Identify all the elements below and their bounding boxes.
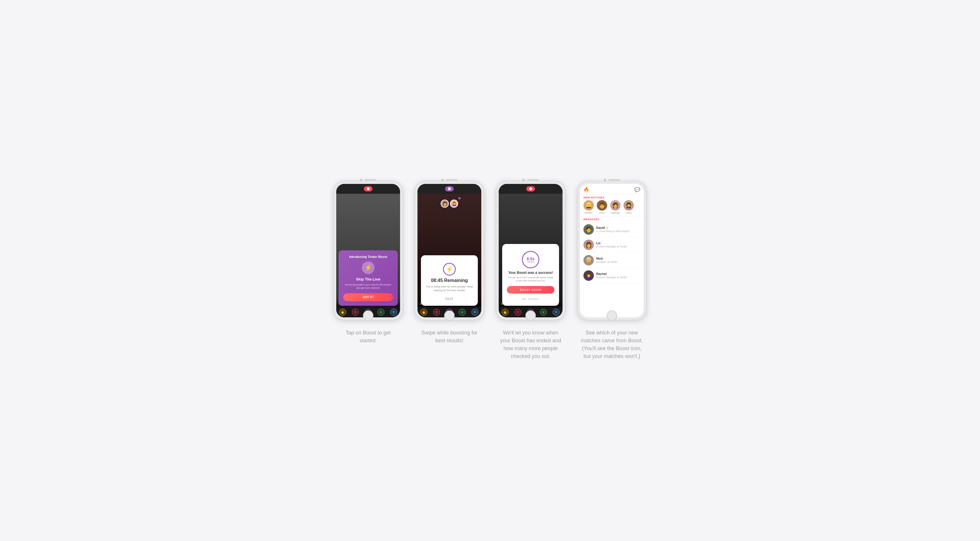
chat-bubble-icon: 💬 bbox=[635, 187, 640, 193]
phone-1-speaker bbox=[365, 179, 376, 180]
success-title: Your Boost was a success! bbox=[507, 270, 554, 275]
phone3-action-fire[interactable]: 🔥 bbox=[502, 309, 509, 316]
views-number: 8.5x bbox=[527, 257, 535, 261]
phone3-action-heart[interactable]: ♥ bbox=[540, 309, 547, 316]
phone2-nav bbox=[417, 184, 481, 194]
got-it-button[interactable]: GOT IT! bbox=[343, 293, 393, 301]
action-heart[interactable]: ♥ bbox=[377, 309, 384, 316]
match-name-claire: Claire bbox=[626, 212, 632, 214]
floating-avatar-1: 👩 bbox=[441, 200, 449, 208]
boost-again-button[interactable]: BOOST AGAIN bbox=[507, 286, 554, 294]
msg-name-david: David ⚡ bbox=[596, 226, 640, 229]
floating-avatar-2: 👩‍🦰 bbox=[450, 200, 458, 208]
phone-4-screen: 🔥 💬 NEW MATCHES 👱‍♀️ Brittany 👨 Erica bbox=[580, 184, 644, 317]
boost-icon: ⚡ bbox=[362, 261, 374, 274]
boost-toggle-active[interactable] bbox=[445, 186, 454, 191]
messages-header: 🔥 💬 bbox=[580, 184, 644, 194]
toggle-dot-active bbox=[448, 188, 451, 190]
phone2-action-fire[interactable]: 🔥 bbox=[420, 309, 427, 316]
phone2-action-heart[interactable]: ♥ bbox=[459, 309, 466, 316]
phone-1-camera bbox=[360, 179, 362, 181]
match-erica[interactable]: 👨 Erica bbox=[597, 200, 607, 214]
phone-4: 🔥 💬 NEW MATCHES 👱‍♀️ Brittany 👨 Erica bbox=[577, 181, 647, 320]
match-avatar-brittany: 👱‍♀️ bbox=[584, 200, 594, 211]
phone-1-screen: Founder at Creative Productions Introduc… bbox=[336, 184, 400, 317]
msg-preview-liz: Product Manager at Tinder bbox=[596, 245, 640, 248]
phone-col-3: Michael, 21 8.5x VIEWS Your Boost was a … bbox=[496, 181, 565, 360]
no-thanks-button[interactable]: NO, THANKS bbox=[507, 298, 554, 301]
phone-2: 👩 👩‍🦰 ♥ Michael, 21 ⚡ 08:45 Remaining Yo… bbox=[415, 181, 484, 320]
msg-avatar-liz: 👩 bbox=[584, 240, 594, 250]
okay-button[interactable]: OKAY bbox=[426, 298, 473, 301]
toggle-dot bbox=[367, 188, 370, 190]
tinder-flame-icon: 🔥 bbox=[584, 187, 589, 193]
boost-modal: Introducing Tinder Boost ⚡ Skip The Line… bbox=[339, 250, 398, 306]
phone3-nav bbox=[499, 184, 563, 194]
phone-3-camera bbox=[522, 179, 525, 181]
phone-2-top-bar bbox=[441, 179, 458, 181]
phone3-action-x[interactable]: ✕ bbox=[514, 309, 521, 316]
message-item-liz[interactable]: 👩 Liz Product Manager at Tinder bbox=[580, 237, 644, 253]
match-kayleigh[interactable]: 👩 Kayleigh bbox=[610, 200, 620, 214]
msg-preview-david: ↩ I'll be flying to Italy tonight... bbox=[596, 230, 640, 232]
match-claire[interactable]: 👩‍🦱 Claire bbox=[624, 200, 634, 214]
timer-time: 08:45 Remaining bbox=[426, 278, 473, 283]
timer-icon: ⚡ bbox=[443, 263, 456, 275]
msg-content-david: David ⚡ ↩ I'll be flying to Italy tonigh… bbox=[596, 226, 640, 232]
caption-1: Tap on Boost to get started. bbox=[336, 329, 400, 345]
phone-3: Michael, 21 8.5x VIEWS Your Boost was a … bbox=[496, 181, 565, 320]
phone-2-speaker bbox=[446, 179, 458, 180]
msg-content-nick: Nick Designer at Tinder bbox=[596, 257, 640, 263]
msg-avatar-rachel: 👩‍🦱 bbox=[584, 270, 594, 281]
msg-preview-rachel: Product Manager at Tinder bbox=[596, 276, 640, 279]
boost-toggle[interactable] bbox=[364, 186, 372, 191]
phone2-action-x[interactable]: ✕ bbox=[433, 309, 440, 316]
timer-desc: You're being seen by more people. Keep s… bbox=[426, 285, 473, 292]
match-avatar-claire: 👩‍🦱 bbox=[624, 200, 634, 211]
phone-2-camera bbox=[441, 179, 444, 181]
phone-2-screen: 👩 👩‍🦰 ♥ Michael, 21 ⚡ 08:45 Remaining Yo… bbox=[417, 184, 481, 317]
match-brittany[interactable]: 👱‍♀️ Brittany bbox=[584, 200, 594, 214]
msg-name-liz: Liz bbox=[596, 241, 640, 245]
success-desc: You got up to 8.5x more profile views. S… bbox=[507, 276, 554, 282]
phone2-action-star[interactable]: ★ bbox=[471, 309, 478, 316]
phone-3-speaker bbox=[527, 179, 539, 180]
msg-name-rachel: Rachel bbox=[596, 272, 640, 275]
main-container: Founder at Creative Productions Introduc… bbox=[333, 181, 647, 360]
msg-preview-nick: Designer at Tinder bbox=[596, 261, 640, 263]
boost-modal-title: Introducing Tinder Boost bbox=[343, 255, 393, 258]
phone3-action-star[interactable]: ★ bbox=[553, 309, 560, 316]
boost-skip-title: Skip The Line bbox=[343, 277, 393, 282]
phone-1-home-button[interactable] bbox=[363, 310, 373, 321]
phone-3-top-bar bbox=[522, 179, 539, 181]
phone-4-speaker bbox=[608, 179, 620, 180]
phone-4-home-button[interactable] bbox=[607, 310, 617, 321]
message-item-david[interactable]: 🧑 David ⚡ ↩ I'll be flying to Italy toni… bbox=[580, 222, 644, 237]
match-name-brittany: Brittany bbox=[585, 212, 592, 214]
phone-3-screen: Michael, 21 8.5x VIEWS Your Boost was a … bbox=[499, 184, 563, 317]
match-name-kayleigh: Kayleigh bbox=[611, 212, 620, 214]
phone3-toggle[interactable] bbox=[526, 186, 535, 191]
caption-4: See which of your new matches came from … bbox=[580, 329, 644, 360]
phone-3-home-button[interactable] bbox=[525, 310, 536, 321]
views-label: VIEWS bbox=[527, 261, 534, 263]
caption-3: We'll let you know when your Boost has e… bbox=[499, 329, 563, 360]
msg-content-liz: Liz Product Manager at Tinder bbox=[596, 241, 640, 248]
david-boost-icon: ⚡ bbox=[606, 226, 609, 229]
match-avatar-erica: 👨 bbox=[597, 200, 607, 211]
message-item-nick[interactable]: 🧑‍🦳 Nick Designer at Tinder bbox=[580, 253, 644, 268]
msg-avatar-david: 🧑 bbox=[584, 224, 594, 235]
action-x[interactable]: ✕ bbox=[352, 309, 359, 316]
floating-heart-icon: ♥ bbox=[458, 196, 461, 202]
action-star[interactable]: ★ bbox=[390, 309, 397, 316]
message-item-rachel[interactable]: 👩‍🦱 Rachel Product Manager at Tinder bbox=[580, 268, 644, 283]
matches-row: 👱‍♀️ Brittany 👨 Erica 👩 Kayleigh 👩 bbox=[580, 200, 644, 216]
lightning-icon: ⚡ bbox=[364, 264, 372, 272]
msg-name-nick: Nick bbox=[596, 257, 640, 260]
msg-avatar-nick: 🧑‍🦳 bbox=[584, 255, 594, 266]
phone-4-top-bar bbox=[604, 179, 620, 181]
phone-col-2: 👩 👩‍🦰 ♥ Michael, 21 ⚡ 08:45 Remaining Yo… bbox=[415, 181, 484, 345]
phone-col-1: Founder at Creative Productions Introduc… bbox=[333, 181, 403, 345]
action-fire[interactable]: 🔥 bbox=[339, 309, 346, 316]
phone-2-home-button[interactable] bbox=[444, 310, 455, 321]
